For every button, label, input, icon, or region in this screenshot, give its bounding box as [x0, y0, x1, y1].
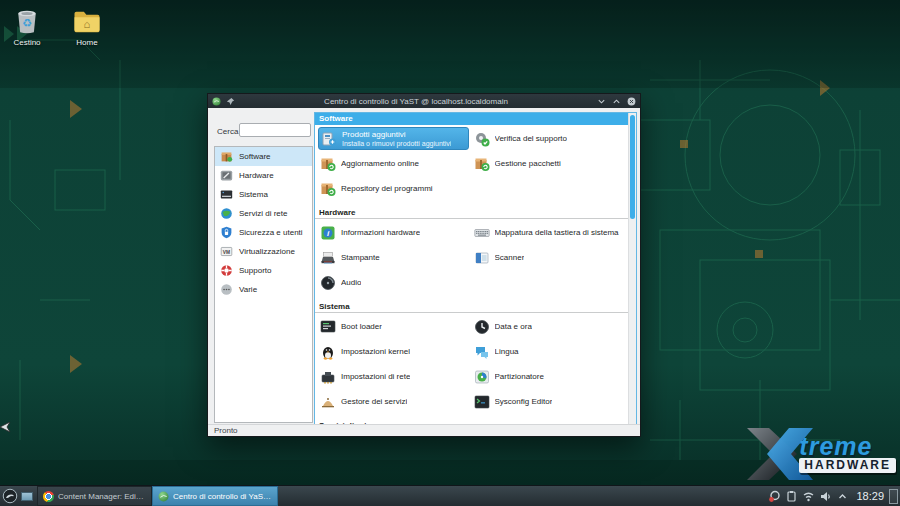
tray-icons [768, 490, 849, 503]
package-manager-icon [474, 156, 490, 172]
sidebar-item-label: Sicurezza e utenti [239, 228, 303, 237]
status-bar: Pronto [208, 424, 640, 436]
module-label: Stampante [341, 253, 380, 262]
module-label: Boot loader [341, 322, 382, 331]
taskbar-task-content-manager-edit-article-xtr[interactable]: Content Manager: Edit Article - Xtr... [37, 486, 152, 506]
sidebar-item-software[interactable]: Software [215, 147, 312, 166]
module-partizionatore[interactable]: Partizionatore [472, 369, 626, 385]
sidebar-item-virtualizzazione[interactable]: VMVirtualizzazione [215, 242, 312, 261]
svg-text:⌂: ⌂ [84, 18, 91, 30]
sidebar-item-supporto[interactable]: Supporto [215, 261, 312, 280]
clipboard-icon[interactable] [785, 490, 798, 503]
module-label: Sysconfig Editor [495, 397, 553, 406]
security-users-icon [220, 226, 233, 239]
section-header-hardware: Hardware [315, 206, 628, 219]
virtualization-icon: VM [220, 245, 233, 258]
module-impostazioni-di-rete[interactable]: Impostazioni di rete [318, 369, 472, 385]
virtual-desktop-pager[interactable] [21, 492, 33, 501]
sidebar-item-sistema[interactable]: Sistema [215, 185, 312, 204]
yast-icon [212, 97, 221, 106]
module-label: Data e ora [495, 322, 532, 331]
watermark-hardware-text: HARDWARE [799, 458, 896, 473]
show-desktop-button[interactable] [889, 489, 898, 504]
clock-icon [474, 319, 490, 335]
sidebar-item-varie[interactable]: Varie [215, 280, 312, 299]
volume-icon[interactable] [819, 490, 832, 503]
minimize-button[interactable] [597, 97, 606, 106]
network-services-icon [220, 207, 233, 220]
module-label: Impostazioni di rete [341, 372, 410, 381]
module-gestione-pacchetti[interactable]: Gestione pacchetti [472, 156, 626, 172]
system-tray: 18:29 [768, 486, 884, 506]
clock[interactable]: 18:29 [856, 490, 884, 502]
module-informazioni-hardware[interactable]: iInformazioni hardware [318, 225, 472, 241]
module-label: Gestione pacchetti [495, 159, 561, 168]
search-input[interactable] [239, 123, 311, 137]
desktop-icon-area: ♻Cestino⌂Home [2, 6, 112, 47]
module-scanner[interactable]: Scanner [472, 250, 626, 266]
yast-icon [158, 491, 169, 502]
module-lingua[interactable]: Lingua [472, 344, 626, 360]
module-label: Informazioni hardware [341, 228, 420, 237]
module-impostazioni-kernel[interactable]: Impostazioni kernel [318, 344, 472, 360]
window-body: Cerca SoftwareHardwareSistemaServizi di … [208, 108, 640, 436]
task-label: Centro di controllo di YaST @ local... [173, 492, 272, 501]
updates-icon[interactable] [768, 490, 781, 503]
partitioner-icon [474, 369, 490, 385]
module-audio[interactable]: Audio [318, 275, 472, 291]
modules-sections: SoftwareProdotti aggiuntiviInstalla o ri… [315, 113, 628, 427]
sidebar-item-label: Software [239, 152, 271, 161]
taskbar-task-centro-di-controllo-di-yast-local[interactable]: Centro di controllo di YaST @ local... [152, 486, 278, 506]
tray-expand-icon[interactable] [836, 490, 849, 503]
maximize-button[interactable] [612, 97, 621, 106]
repositories-icon [320, 181, 336, 197]
module-boot-loader[interactable]: Boot loader [318, 319, 472, 335]
module-gestore-dei-servizi[interactable]: Gestore dei servizi [318, 394, 472, 410]
svg-text:VM: VM [223, 250, 230, 255]
module-repository-dei-programmi[interactable]: Repository dei programmi [318, 181, 472, 197]
module-aggiornamento-online[interactable]: Aggiornamento online [318, 156, 472, 172]
module-verifica-del-supporto[interactable]: Verifica del supporto [472, 131, 626, 147]
misc-icon [220, 283, 233, 296]
module-stampante[interactable]: Stampante [318, 250, 472, 266]
sidebar-item-servizi-di-rete[interactable]: Servizi di rete [215, 204, 312, 223]
module-prodotti-aggiuntivi[interactable]: Prodotti aggiuntiviInstalla o rimuovi pr… [318, 127, 469, 150]
pin-icon[interactable] [226, 97, 235, 106]
module-grid: iInformazioni hardwareMappatura della ta… [315, 219, 628, 295]
modules-panel: SoftwareProdotti aggiuntiviInstalla o ri… [314, 112, 637, 428]
section-header-software: Software [315, 113, 628, 125]
module-label: Aggiornamento online [341, 159, 419, 168]
desktop-icon-home[interactable]: ⌂Home [62, 6, 112, 47]
printer-icon [320, 250, 336, 266]
application-launcher-icon[interactable] [2, 488, 18, 504]
wifi-icon[interactable] [802, 490, 815, 503]
module-grid: Boot loaderData e oraImpostazioni kernel… [315, 313, 628, 414]
scrollbar-thumb[interactable] [630, 115, 635, 219]
sidebar-item-sicurezza-e-utenti[interactable]: Sicurezza e utenti [215, 223, 312, 242]
watermark-treme-text: treme [799, 434, 872, 458]
window-titlebar[interactable]: Centro di controllo di YaST @ localhost.… [208, 94, 640, 108]
desktop-icon-label: Home [76, 38, 97, 47]
sidebar-item-label: Hardware [239, 171, 274, 180]
hardware-info-icon: i [320, 225, 336, 241]
trash-icon: ♻ [12, 6, 42, 36]
module-mappatura-della-tastiera-di-sistema[interactable]: Mappatura della tastiera di sistema [472, 225, 626, 241]
online-update-icon [320, 156, 336, 172]
module-sysconfig-editor[interactable]: Sysconfig Editor [472, 394, 626, 410]
section-header-sistema: Sistema [315, 300, 628, 313]
network-settings-icon [320, 369, 336, 385]
keyboard-icon [474, 225, 490, 241]
audio-icon [320, 275, 336, 291]
services-manager-icon [320, 394, 336, 410]
module-label: Partizionatore [495, 372, 544, 381]
addon-products-icon [321, 131, 337, 147]
desktop-icon-cestino[interactable]: ♻Cestino [2, 6, 52, 47]
module-label: Scanner [495, 253, 525, 262]
kernel-icon [320, 344, 336, 360]
close-button[interactable] [627, 97, 636, 106]
scrollbar[interactable] [628, 113, 636, 427]
module-data-e-ora[interactable]: Data e ora [472, 319, 626, 335]
sidebar-item-hardware[interactable]: Hardware [215, 166, 312, 185]
browser-icon [43, 491, 54, 502]
category-list: SoftwareHardwareSistemaServizi di reteSi… [214, 146, 313, 423]
